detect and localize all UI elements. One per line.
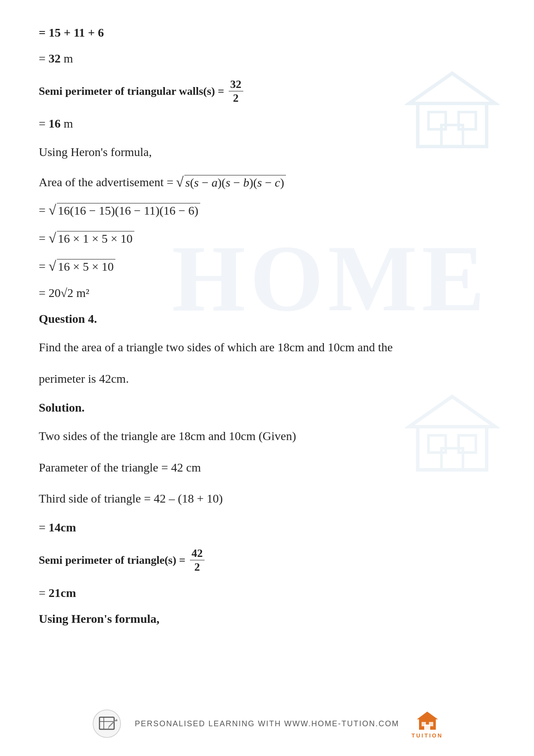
sqrt-symbol-3: √ (49, 258, 56, 274)
sqrt-content-3: 16 × 5 × 10 (57, 259, 115, 274)
footer-tuition-house-icon (416, 710, 439, 731)
footer-tuition-logo: TUITION (412, 709, 442, 739)
fraction-32-numerator: 32 (229, 78, 243, 91)
tuition-label-text: TUITION (412, 732, 443, 739)
question4-heading-text: Question 4. (39, 312, 97, 325)
herons-formula-heading2-text: Using Heron's formula, (39, 612, 159, 625)
result-14cm-bold: 14cm (46, 521, 76, 534)
sol-line1-text: Two sides of the triangle are 18cm and 1… (39, 429, 296, 443)
herons-formula-heading2: Using Heron's formula, (39, 612, 495, 626)
semi-perimeter-triangle: Semi perimeter of triangle(s) = 42 2 (39, 547, 495, 574)
fraction-42-numerator: 42 (190, 547, 205, 560)
sol-14cm: = 14cm (39, 521, 495, 534)
semi-perimeter-triangular: Semi perimeter of triangular walls(s) = … (39, 78, 495, 105)
sqrt-content-2: 16 × 1 × 5 × 10 (57, 231, 134, 246)
fraction-32-denominator: 2 (231, 91, 240, 105)
line-result-16: = 16 m (39, 117, 495, 131)
page-content: = 15 + 11 + 6 = 32 m Semi perimeter of t… (0, 0, 534, 690)
sol-line2: Parameter of the triangle = 42 cm (39, 458, 495, 478)
line-result-32: = 32 m (39, 52, 495, 66)
solution-heading-text: Solution. (39, 401, 85, 414)
semi-tri-label: Semi perimeter of triangle(s) = (39, 554, 186, 567)
semi-perimeter-label: Semi perimeter of triangular walls(s) = (39, 85, 224, 98)
footer-logo-left-icon (92, 709, 122, 739)
question4-text2: perimeter is 42cm. (39, 369, 495, 389)
sqrt-symbol: √ (176, 174, 184, 190)
step3-sqrt: = √ 16 × 5 × 10 (39, 258, 495, 274)
result-32-bold: 32 (46, 52, 61, 66)
sqrt-content-1: 16(16 − 15)(16 − 11)(16 − 6) (57, 203, 200, 218)
step4-text: = 20√2 m² (39, 286, 89, 300)
result-21cm-bold: 21cm (46, 586, 76, 600)
area-formula-line: Area of the advertisement = √ s(s − a)(s… (39, 174, 495, 190)
svg-point-10 (93, 710, 121, 737)
question4-text1: Find the area of a triangle two sides of… (39, 338, 495, 357)
solution-heading: Solution. (39, 401, 495, 415)
svg-marker-17 (417, 712, 438, 719)
sol-21cm: = 21cm (39, 586, 495, 600)
area-label-text: Area of the advertisement = (39, 175, 174, 189)
footer-text: PERSONALISED LEARNING WITH WWW.HOME-TUTI… (135, 719, 399, 728)
step4-result: = 20√2 m² (39, 286, 495, 300)
line-sum: = 15 + 11 + 6 (39, 26, 495, 40)
svg-rect-21 (424, 725, 430, 730)
result-16-bold: 16 (46, 117, 61, 131)
step2-sqrt: = √ 16 × 1 × 5 × 10 (39, 230, 495, 246)
sqrt-content-formula: s(s − a)(s − b)(s − c) (184, 175, 286, 190)
sol-line2-text: Parameter of the triangle = 42 cm (39, 461, 201, 474)
sqrt-symbol-2: √ (49, 230, 56, 246)
sqrt-formula: √ s(s − a)(s − b)(s − c) (176, 174, 286, 190)
sqrt-step1: √ 16(16 − 15)(16 − 11)(16 − 6) (49, 202, 200, 218)
fraction-32-2: 32 2 (229, 78, 243, 105)
line-sum-text: = 15 + 11 + 6 (39, 26, 104, 40)
sol-line3: Third side of triangle = 42 – (18 + 10) (39, 489, 495, 509)
sqrt-step3: √ 16 × 5 × 10 (49, 258, 115, 274)
question4-line1: Find the area of a triangle two sides of… (39, 341, 393, 354)
step1-sqrt: = √ 16(16 − 15)(16 − 11)(16 − 6) (39, 202, 495, 218)
sol-line1: Two sides of the triangle are 18cm and 1… (39, 427, 495, 446)
sqrt-symbol-1: √ (49, 202, 56, 218)
question4-heading: Question 4. (39, 312, 495, 326)
herons-formula-intro: Using Heron's formula, (39, 143, 495, 162)
question4-line2: perimeter is 42cm. (39, 372, 129, 385)
sqrt-step2: √ 16 × 1 × 5 × 10 (49, 230, 134, 246)
fraction-42-2: 42 2 (190, 547, 205, 574)
footer: PERSONALISED LEARNING WITH WWW.HOME-TUTI… (0, 709, 534, 739)
sol-line3-text: Third side of triangle = 42 – (18 + 10) (39, 492, 223, 505)
herons-intro-text: Using Heron's formula, (39, 145, 152, 159)
fraction-42-denominator: 2 (192, 560, 202, 574)
